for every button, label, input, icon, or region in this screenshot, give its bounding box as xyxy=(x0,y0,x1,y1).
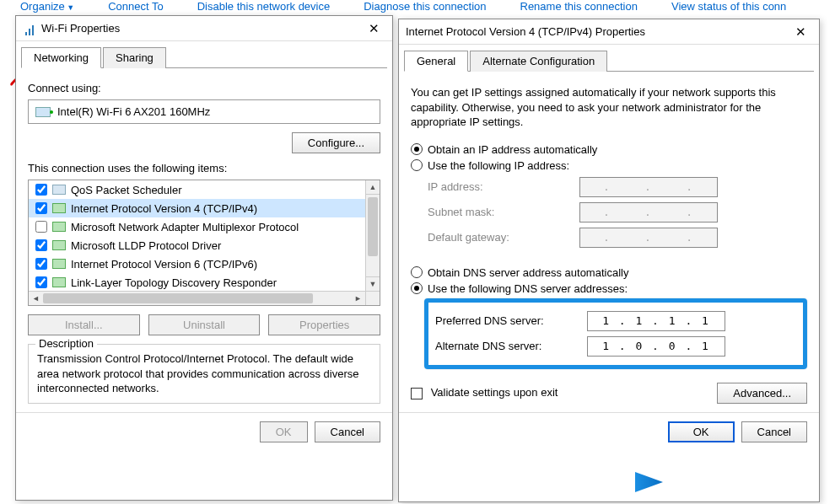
list-item[interactable]: Internet Protocol Version 4 (TCP/IPv4) xyxy=(29,199,365,217)
wifi-tabs: Networking Sharing xyxy=(21,46,387,68)
tcpipv4-properties-dialog: Internet Protocol Version 4 (TCP/IPv4) P… xyxy=(398,19,820,502)
status-link[interactable]: View status of this conn xyxy=(671,0,786,15)
scroll-right-icon[interactable]: ► xyxy=(351,292,365,305)
vertical-scrollbar[interactable]: ▲ ▼ xyxy=(365,180,380,291)
protocol-icon xyxy=(52,259,66,269)
tab-sharing[interactable]: Sharing xyxy=(103,47,166,68)
uninstall-button[interactable]: Uninstall xyxy=(148,314,261,335)
radio-icon xyxy=(411,143,423,155)
validate-checkbox[interactable]: Validate settings upon exit xyxy=(411,386,558,399)
tab-networking[interactable]: Networking xyxy=(21,47,101,68)
advanced-button[interactable]: Advanced... xyxy=(717,383,807,404)
wifi-title: Wi-Fi Properties xyxy=(41,22,362,35)
tcpip-tabs: General Alternate Configuration xyxy=(404,50,814,72)
item-checkbox[interactable] xyxy=(35,221,47,233)
preferred-dns-input[interactable]: 1 . 1 . 1 . 1 xyxy=(587,311,725,331)
item-checkbox[interactable] xyxy=(35,202,47,214)
list-item[interactable]: Link-Layer Topology Discovery Responder xyxy=(29,273,365,291)
protocol-icon xyxy=(52,240,66,250)
pref-dns-label: Preferred DNS server: xyxy=(435,314,587,327)
list-item[interactable]: QoS Packet Scheduler xyxy=(29,180,365,199)
adapter-field[interactable]: Intel(R) Wi-Fi 6 AX201 160MHz xyxy=(28,99,380,124)
scroll-down-icon[interactable]: ▼ xyxy=(366,276,380,291)
tab-general[interactable]: General xyxy=(404,51,468,72)
list-item[interactable]: Internet Protocol Version 6 (TCP/IPv6) xyxy=(29,255,365,273)
scroll-corner xyxy=(365,291,380,305)
cancel-button[interactable]: Cancel xyxy=(741,421,807,442)
item-label: Microsoft Network Adapter Multiplexor Pr… xyxy=(71,221,299,233)
use-dns-radio[interactable]: Use the following DNS server addresses: xyxy=(411,282,807,295)
wifi-titlebar: Wi-Fi Properties ✕ xyxy=(16,16,392,41)
tcpip-titlebar: Internet Protocol Version 4 (TCP/IPv4) P… xyxy=(399,19,819,45)
scroll-left-icon[interactable]: ◄ xyxy=(29,292,43,305)
dns-highlight: Preferred DNS server:1 . 1 . 1 . 1 Alter… xyxy=(424,298,807,369)
tab-alternate-config[interactable]: Alternate Configuration xyxy=(470,51,607,72)
item-checkbox[interactable] xyxy=(35,258,47,270)
explorer-toolbar: Organize Connect To Disable this network… xyxy=(0,0,835,15)
item-checkbox[interactable] xyxy=(35,239,47,251)
ip-address-label: IP address: xyxy=(428,180,579,193)
diagnose-link[interactable]: Diagnose this connection xyxy=(364,0,486,15)
item-label: Link-Layer Topology Discovery Responder xyxy=(71,276,277,289)
close-icon[interactable]: ✕ xyxy=(789,24,812,40)
obtain-dns-radio[interactable]: Obtain DNS server address automatically xyxy=(411,266,807,279)
radio-icon xyxy=(411,159,423,171)
wifi-properties-dialog: Wi-Fi Properties ✕ Networking Sharing Co… xyxy=(15,15,393,501)
properties-button[interactable]: Properties xyxy=(268,314,380,335)
close-icon[interactable]: ✕ xyxy=(362,21,385,36)
ip-address-input: . . . xyxy=(579,177,718,197)
item-label: Internet Protocol Version 4 (TCP/IPv4) xyxy=(71,202,257,215)
gateway-label: Default gateway: xyxy=(428,231,579,244)
checkbox-icon xyxy=(411,388,423,399)
components-list[interactable]: QoS Packet SchedulerInternet Protocol Ve… xyxy=(28,180,380,306)
item-label: Microsoft LLDP Protocol Driver xyxy=(71,239,221,252)
subnet-label: Subnet mask: xyxy=(428,206,579,218)
connect-to-link[interactable]: Connect To xyxy=(108,0,164,15)
gateway-input: . . . xyxy=(579,228,718,248)
item-label: Internet Protocol Version 6 (TCP/IPv6) xyxy=(71,258,257,271)
radio-icon xyxy=(411,266,423,278)
intro-text: You can get IP settings assigned automat… xyxy=(411,85,807,130)
protocol-icon xyxy=(52,203,66,213)
configure-button[interactable]: Configure... xyxy=(292,132,380,153)
protocol-icon xyxy=(52,185,66,195)
protocol-icon xyxy=(52,277,66,287)
description-label: Description xyxy=(35,337,97,350)
ok-button[interactable]: OK xyxy=(260,421,308,442)
install-button[interactable]: Install... xyxy=(28,314,140,335)
hscroll-thumb[interactable] xyxy=(43,293,313,303)
use-ip-radio[interactable]: Use the following IP address: xyxy=(411,159,807,172)
disable-device-link[interactable]: Disable this network device xyxy=(197,0,331,15)
items-label: This connection uses the following items… xyxy=(28,162,380,174)
radio-icon xyxy=(411,282,423,294)
subnet-input: . . . xyxy=(579,202,718,223)
horizontal-scrollbar[interactable]: ◄ ► xyxy=(29,291,365,305)
cancel-button[interactable]: Cancel xyxy=(315,421,380,442)
tcpip-title: Internet Protocol Version 4 (TCP/IPv4) P… xyxy=(406,25,789,38)
item-checkbox[interactable] xyxy=(35,276,47,288)
list-item[interactable]: Microsoft LLDP Protocol Driver xyxy=(29,236,365,255)
connect-using-label: Connect using: xyxy=(28,82,380,94)
wifi-icon xyxy=(23,22,36,35)
ok-button[interactable]: OK xyxy=(668,421,735,442)
rename-link[interactable]: Rename this connection xyxy=(520,0,638,15)
item-label: QoS Packet Scheduler xyxy=(71,184,182,196)
scroll-thumb[interactable] xyxy=(368,197,378,256)
item-checkbox[interactable] xyxy=(35,184,47,196)
protocol-icon xyxy=(52,222,66,232)
organize-menu[interactable]: Organize xyxy=(20,0,74,15)
adapter-name: Intel(R) Wi-Fi 6 AX201 160MHz xyxy=(57,105,210,118)
list-item[interactable]: Microsoft Network Adapter Multiplexor Pr… xyxy=(29,217,365,236)
description-text: Transmission Control Protocol/Internet P… xyxy=(37,351,371,396)
alt-dns-label: Alternate DNS server: xyxy=(435,340,587,352)
nic-icon xyxy=(35,107,51,117)
scroll-up-icon[interactable]: ▲ xyxy=(366,180,380,195)
obtain-ip-radio[interactable]: Obtain an IP address automatically xyxy=(411,143,807,156)
alternate-dns-input[interactable]: 1 . 0 . 0 . 1 xyxy=(587,336,725,357)
